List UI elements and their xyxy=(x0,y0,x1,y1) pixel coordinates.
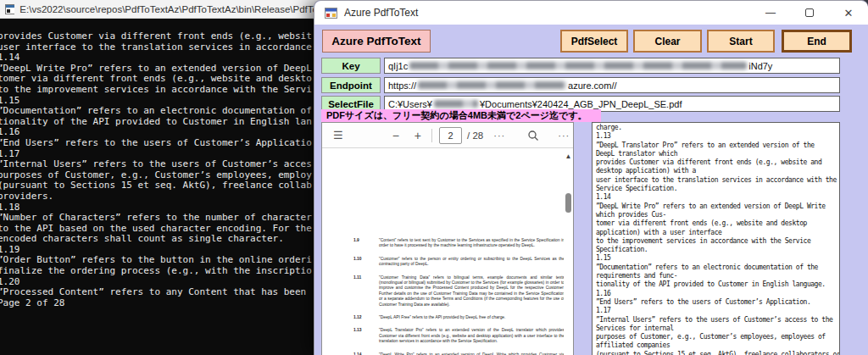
endpoint-input[interactable]: https:// azure.com// xyxy=(384,77,840,93)
key-value-end: iNd7y xyxy=(748,61,772,71)
pdf-clause: 1.13 ”DeepL Translator Pro” refers to an… xyxy=(322,328,565,344)
clause-number: 1.9 xyxy=(353,238,379,249)
close-button[interactable]: ✕ xyxy=(829,1,868,25)
app-form-icon xyxy=(325,8,337,19)
console-icon xyxy=(5,4,14,14)
console-title: E:\vs2022\source\repos\PdfToTextAz\PdfTo… xyxy=(19,4,321,14)
zoom-out-icon[interactable]: − xyxy=(392,129,399,142)
selectfile-redaction-blur xyxy=(434,100,478,108)
clause-number: 1.11 xyxy=(353,275,379,308)
overflow-menu-icon[interactable]: ··· xyxy=(558,130,570,141)
start-button[interactable]: Start xyxy=(707,30,775,53)
app-window: Azure PdfToText — ✕ Azure PdfToText PdfS… xyxy=(314,0,868,355)
key-label: Key xyxy=(321,58,381,74)
endpoint-redaction-blur xyxy=(418,81,566,89)
end-button[interactable]: End xyxy=(782,30,852,53)
pdf-scrollbar-thumb[interactable] xyxy=(565,193,571,213)
selectfile-value-start: C:¥Users¥ xyxy=(388,99,432,109)
search-icon[interactable] xyxy=(527,130,539,141)
pdf-clause: 1.10 ”Customer” refers to the person or … xyxy=(322,257,565,268)
pdfselect-button[interactable]: PdfSelect xyxy=(560,30,628,53)
pdf-scrollbar[interactable]: ▲ xyxy=(564,149,573,355)
clear-button[interactable]: Clear xyxy=(633,30,702,53)
maximize-icon xyxy=(805,8,814,17)
extracted-text: charge. 1.13 ”DeepL Translator Pro” refe… xyxy=(593,123,839,355)
app-titlebar[interactable]: Azure PdfToText — ✕ xyxy=(314,1,868,25)
key-redaction-blur xyxy=(409,62,747,69)
pdf-clause: 1.9 ”Content” refers to text sent by Cus… xyxy=(322,238,565,249)
page-number-input[interactable] xyxy=(439,127,462,144)
pdf-clause: 1.11 ”Customer Training Data” refers to … xyxy=(322,275,565,308)
endpoint-label: Endpoint xyxy=(321,77,381,93)
pdf-viewer-panel: ☰ − + / 28 ··· ··· 1.9 ”Content” refers … xyxy=(321,122,574,355)
clause-number: 1.13 xyxy=(353,328,379,344)
maximize-button[interactable] xyxy=(790,1,829,25)
scroll-up-icon[interactable]: ▲ xyxy=(565,153,572,160)
page-total-label: / 28 xyxy=(467,130,483,141)
toolbar-separator xyxy=(431,129,432,142)
pdf-page: 1.9 ”Content” refers to text sent by Cus… xyxy=(322,149,565,355)
key-value-start: qIj1c xyxy=(388,61,408,71)
pdf-size-notice: PDFサイズは、フリー契約の場合4MB未満で2ページ迄です。 xyxy=(321,109,601,122)
pdf-toolbar: ☰ − + / 28 ··· ··· xyxy=(322,123,573,148)
pdf-clause: 1.12 ”DeepL API Free” refers to the API … xyxy=(322,315,565,320)
window-title: Azure PdfToText xyxy=(344,7,418,19)
clause-text: ”Content” refers to text sent by Custome… xyxy=(379,238,565,249)
clause-text: ”Customer Training Data” refers to bilin… xyxy=(379,275,565,308)
zoom-in-icon[interactable]: + xyxy=(415,129,421,142)
clause-text: ”DeepL Translator Pro” refers to an exte… xyxy=(379,328,565,344)
selectfile-value-end: ¥Documents¥240424_AGB_JPN_DeepL_SE.pdf xyxy=(480,99,682,109)
console-titlebar[interactable]: E:\vs2022\source\repos\PdfToTextAz\PdfTo… xyxy=(0,0,321,19)
extracted-text-box[interactable]: charge. 1.13 ”DeepL Translator Pro” refe… xyxy=(592,122,840,355)
endpoint-value-start: https:// xyxy=(388,80,416,91)
more-options-icon[interactable]: ··· xyxy=(493,130,505,141)
key-input[interactable]: qIj1c iNd7y xyxy=(384,58,840,74)
pdf-page-text: 1.9 ”Content” refers to text sent by Cus… xyxy=(322,238,565,355)
clause-number: 1.10 xyxy=(353,257,379,268)
app-name-label: Azure PdfToText xyxy=(322,30,431,53)
console-output-text: provides Customer via different front en… xyxy=(0,31,321,308)
clause-text: ”Customer” refers to the person or entit… xyxy=(379,257,565,268)
clause-number: 1.12 xyxy=(353,315,379,320)
minimize-button[interactable]: — xyxy=(751,1,790,25)
console-window: E:\vs2022\source\repos\PdfToTextAz\PdfTo… xyxy=(0,0,321,355)
outline-icon[interactable]: ☰ xyxy=(333,129,343,141)
clause-text: ”DeepL API Free” refers to the API provi… xyxy=(379,315,565,320)
endpoint-value-end: azure.com// xyxy=(568,80,616,91)
